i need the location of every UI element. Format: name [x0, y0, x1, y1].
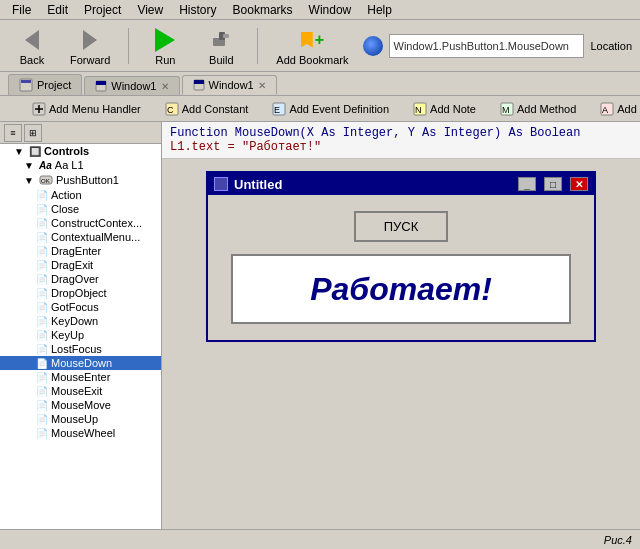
add-menu-handler-label: Add Menu Handler	[49, 103, 141, 115]
preview-body: ПУСК Работает!	[208, 195, 594, 340]
contextualmenu-label: ContextualMenu...	[51, 231, 140, 243]
preview-window: Untitled _ □ ✕ ПУСК Работает!	[206, 171, 596, 342]
add-method-btn[interactable]: M Add Method	[494, 100, 582, 118]
add-event-definition-label: Add Event Definition	[289, 103, 389, 115]
menu-window[interactable]: Window	[301, 1, 360, 19]
tree-close[interactable]: 📄 Close	[0, 202, 161, 216]
constructcontext-label: ConstructContex...	[51, 217, 142, 229]
svg-text:C: C	[167, 105, 174, 115]
gotfocus-label: GotFocus	[51, 301, 99, 313]
add-constant-btn[interactable]: C Add Constant	[159, 100, 255, 118]
location-bar[interactable]: Window1.PushButton1.MouseDown	[389, 34, 585, 58]
location-area: Window1.PushButton1.MouseDown Location	[363, 34, 633, 58]
dropobject-label: DropObject	[51, 287, 107, 299]
add-note-btn[interactable]: N Add Note	[407, 100, 482, 118]
tab-project[interactable]: Project	[8, 74, 82, 95]
code-line1: Function MouseDown(X As Integer, Y As In…	[170, 126, 632, 140]
window1-tab1-icon	[95, 80, 107, 92]
dragover-label: DragOver	[51, 273, 99, 285]
menu-view[interactable]: View	[129, 1, 171, 19]
tab-window1-first-label: Window1	[111, 80, 156, 92]
tree-action[interactable]: 📄 Action	[0, 188, 161, 202]
location-value: Window1.PushButton1.MouseDown	[394, 40, 569, 52]
window1-tab2-icon	[193, 79, 205, 91]
tree-pushbutton1[interactable]: ▼ OK PushButton1	[0, 172, 161, 188]
tree-lostfocus[interactable]: 📄 LostFocus	[0, 342, 161, 356]
run-button[interactable]: Run	[141, 22, 189, 70]
tab-window1-active-label: Window1	[209, 79, 254, 91]
controls-expand-icon: ▼	[14, 146, 26, 157]
panel-icon-btn1[interactable]: ≡	[4, 124, 22, 142]
tab-window1-first-close[interactable]: ✕	[161, 81, 169, 92]
back-label: Back	[20, 54, 44, 66]
doc-icon-mu: 📄	[36, 414, 48, 425]
menu-history[interactable]: History	[171, 1, 224, 19]
menu-edit[interactable]: Edit	[39, 1, 76, 19]
preview-titlebar: Untitled _ □ ✕	[208, 173, 594, 195]
doc-icon-de: 📄	[36, 246, 48, 257]
dragexit-label: DragExit	[51, 259, 93, 271]
forward-button[interactable]: Forward	[64, 22, 116, 70]
add-btn[interactable]: A Add	[594, 100, 640, 118]
doc-icon-lf: 📄	[36, 344, 48, 355]
tree-dropobject[interactable]: 📄 DropObject	[0, 286, 161, 300]
tree-mouseup[interactable]: 📄 MouseUp	[0, 412, 161, 426]
build-icon	[209, 28, 233, 52]
panel-icon-btn2[interactable]: ⊞	[24, 124, 42, 142]
doc-icon-me: 📄	[36, 372, 48, 383]
svg-text:M: M	[502, 105, 510, 115]
preview-title: Untitled	[234, 177, 510, 192]
tree-controls[interactable]: ▼ 🔲 Controls	[0, 144, 161, 158]
preview-close-btn[interactable]: ✕	[570, 177, 588, 191]
tabs-bar: Project Window1 ✕ Window1 ✕	[0, 72, 640, 96]
code-line2: L1.text = "Работает!"	[170, 140, 632, 154]
add-bookmark-button[interactable]: + Add Bookmark	[270, 22, 354, 70]
build-button[interactable]: Build	[197, 22, 245, 70]
doc-icon-kd: 📄	[36, 316, 48, 327]
menu-bookmarks[interactable]: Bookmarks	[225, 1, 301, 19]
add-constant-label: Add Constant	[182, 103, 249, 115]
keydown-label: KeyDown	[51, 315, 98, 327]
pb1-expand-icon: ▼	[24, 175, 36, 186]
menu-project[interactable]: Project	[76, 1, 129, 19]
preview-minimize-btn[interactable]: _	[518, 177, 536, 191]
doc-icon-action: 📄	[36, 190, 48, 201]
tree-keyup[interactable]: 📄 KeyUp	[0, 328, 161, 342]
tree-dragenter[interactable]: 📄 DragEnter	[0, 244, 161, 258]
tree-mouseexit[interactable]: 📄 MouseExit	[0, 384, 161, 398]
doc-icon-dex: 📄	[36, 260, 48, 271]
tree-mousewheel[interactable]: 📄 MouseWheel	[0, 426, 161, 440]
tree-mousemove[interactable]: 📄 MouseMove	[0, 398, 161, 412]
aa-l1-expand-icon: ▼	[24, 160, 36, 171]
toolbar-sep1	[128, 28, 129, 64]
tab-window1-first[interactable]: Window1 ✕	[84, 76, 179, 95]
menu-help[interactable]: Help	[359, 1, 400, 19]
mouseexit-label: MouseExit	[51, 385, 102, 397]
tab-window1-active[interactable]: Window1 ✕	[182, 75, 277, 95]
svg-text:OK: OK	[41, 178, 50, 184]
tree-keydown[interactable]: 📄 KeyDown	[0, 314, 161, 328]
add-event-definition-btn[interactable]: E Add Event Definition	[266, 100, 395, 118]
tree-dragexit[interactable]: 📄 DragExit	[0, 258, 161, 272]
tree-constructcontext[interactable]: 📄 ConstructContex...	[0, 216, 161, 230]
tree-area[interactable]: ▼ 🔲 Controls ▼ Aa Aa L1 ▼ OK PushButton1…	[0, 144, 161, 529]
back-button[interactable]: Back	[8, 22, 56, 70]
tree-dragover[interactable]: 📄 DragOver	[0, 272, 161, 286]
tree-gotfocus[interactable]: 📄 GotFocus	[0, 300, 161, 314]
svg-rect-6	[96, 81, 106, 85]
tree-mouseenter[interactable]: 📄 MouseEnter	[0, 370, 161, 384]
doc-icon-cm: 📄	[36, 232, 48, 243]
preview-maximize-btn[interactable]: □	[544, 177, 562, 191]
add-menu-handler-btn[interactable]: Add Menu Handler	[26, 100, 147, 118]
tab-window1-active-close[interactable]: ✕	[258, 80, 266, 91]
doc-icon-md: 📄	[36, 358, 48, 369]
tree-contextualmenu[interactable]: 📄 ContextualMenu...	[0, 230, 161, 244]
preview-pusk-button[interactable]: ПУСК	[354, 211, 449, 242]
tree-aa-l1[interactable]: ▼ Aa Aa L1	[0, 158, 161, 172]
tree-mousedown[interactable]: 📄 MouseDown	[0, 356, 161, 370]
menu-file[interactable]: File	[4, 1, 39, 19]
doc-icon-dob: 📄	[36, 288, 48, 299]
controls-icon: 🔲	[29, 146, 41, 157]
add-note-label: Add Note	[430, 103, 476, 115]
statusbar: Рис.4	[0, 529, 640, 549]
